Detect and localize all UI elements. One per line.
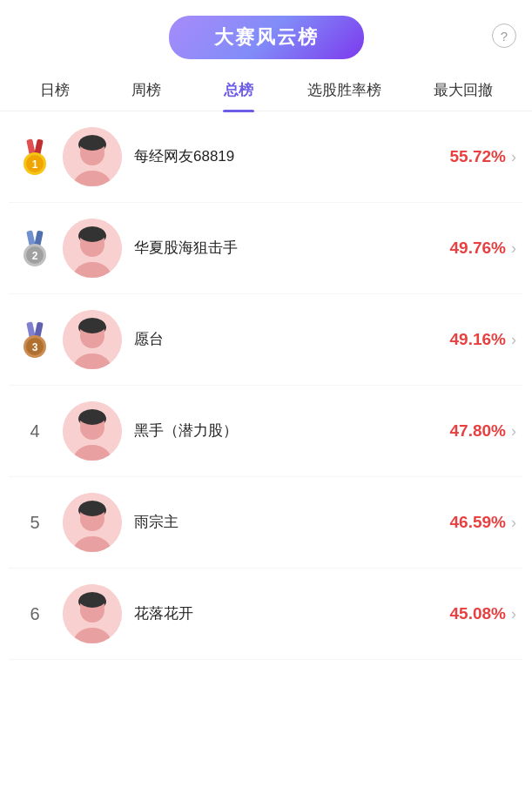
rank-item[interactable]: 6 花落花开 45.08% › bbox=[9, 569, 523, 660]
chevron-right-icon: › bbox=[511, 331, 516, 349]
rank-score: 46.59% bbox=[450, 513, 506, 532]
svg-text:1: 1 bbox=[32, 158, 38, 171]
rank-right: 49.76% › bbox=[450, 239, 516, 258]
tabs: 日榜 周榜 总榜 选股胜率榜 最大回撤 bbox=[0, 71, 532, 111]
tab-weekly[interactable]: 周榜 bbox=[101, 71, 193, 111]
avatar bbox=[63, 127, 122, 186]
rank-name: 每经网友68819 bbox=[134, 146, 450, 167]
avatar bbox=[63, 401, 122, 461]
rank-right: 46.59% › bbox=[450, 513, 516, 532]
svg-point-38 bbox=[79, 409, 105, 425]
rank-score: 49.76% bbox=[450, 239, 506, 258]
help-icon[interactable]: ? bbox=[492, 24, 516, 48]
avatar bbox=[63, 219, 122, 278]
tab-total[interactable]: 总榜 bbox=[192, 71, 285, 111]
rank-right: 55.72% › bbox=[450, 147, 516, 166]
rank-name: 愿台 bbox=[134, 329, 450, 350]
svg-point-50 bbox=[79, 592, 105, 608]
rank-medal-silver: 2 bbox=[12, 229, 57, 267]
rank-item[interactable]: 3 愿台 49.16% › bbox=[9, 294, 523, 386]
tab-maxreturn[interactable]: 最大回撤 bbox=[404, 71, 523, 111]
chevron-right-icon: › bbox=[511, 239, 516, 258]
rank-info: 雨宗主 bbox=[122, 512, 450, 533]
rank-score: 49.16% bbox=[450, 330, 506, 349]
rank-info: 花落花开 bbox=[122, 603, 450, 624]
rank-number: 6 bbox=[12, 604, 57, 624]
rank-number: 5 bbox=[12, 513, 57, 533]
svg-point-21 bbox=[79, 226, 105, 242]
header-title: 大赛风云榜 bbox=[169, 16, 364, 59]
tab-select[interactable]: 选股胜率榜 bbox=[285, 71, 404, 111]
rank-item[interactable]: 5 雨宗主 46.59% › bbox=[9, 477, 523, 569]
rank-right: 45.08% › bbox=[450, 604, 516, 623]
rank-name: 黑手（潜力股） bbox=[134, 421, 450, 441]
svg-text:2: 2 bbox=[32, 250, 38, 262]
rank-info: 愿台 bbox=[122, 329, 450, 350]
rank-name: 花落花开 bbox=[134, 603, 450, 624]
rank-info: 黑手（潜力股） bbox=[122, 421, 450, 441]
rank-item[interactable]: 4 黑手（潜力股） 47.80% › bbox=[9, 386, 523, 477]
chevron-right-icon: › bbox=[511, 605, 516, 623]
rank-score: 55.72% bbox=[450, 147, 506, 166]
chevron-right-icon: › bbox=[511, 422, 516, 441]
rank-info: 华夏股海狙击手 bbox=[122, 238, 450, 259]
rank-item[interactable]: 2 华夏股海狙击手 49.76% › bbox=[9, 203, 523, 294]
rank-score: 45.08% bbox=[450, 604, 506, 623]
rank-right: 47.80% › bbox=[450, 421, 516, 441]
rank-item[interactable]: 1 每经网友68819 55.72% › bbox=[9, 111, 523, 203]
tab-daily[interactable]: 日榜 bbox=[9, 71, 101, 111]
svg-text:3: 3 bbox=[32, 341, 38, 353]
avatar bbox=[63, 310, 122, 369]
rank-info: 每经网友68819 bbox=[122, 146, 450, 167]
rank-medal-gold: 1 bbox=[12, 138, 57, 176]
rank-list: 1 每经网友68819 55.72% › 2 华夏股海狙击手 bbox=[0, 111, 532, 660]
avatar bbox=[63, 584, 122, 643]
rank-score: 47.80% bbox=[450, 421, 506, 441]
rank-number: 4 bbox=[12, 421, 57, 441]
chevron-right-icon: › bbox=[511, 148, 516, 166]
svg-point-32 bbox=[79, 318, 105, 333]
avatar bbox=[63, 493, 122, 552]
rank-name: 雨宗主 bbox=[134, 512, 450, 533]
header: 大赛风云榜 ? bbox=[0, 0, 532, 71]
rank-medal-bronze: 3 bbox=[12, 320, 57, 359]
svg-point-44 bbox=[79, 501, 105, 516]
chevron-right-icon: › bbox=[511, 514, 516, 532]
rank-right: 49.16% › bbox=[450, 330, 516, 349]
rank-name: 华夏股海狙击手 bbox=[134, 238, 450, 259]
svg-point-10 bbox=[79, 135, 105, 151]
